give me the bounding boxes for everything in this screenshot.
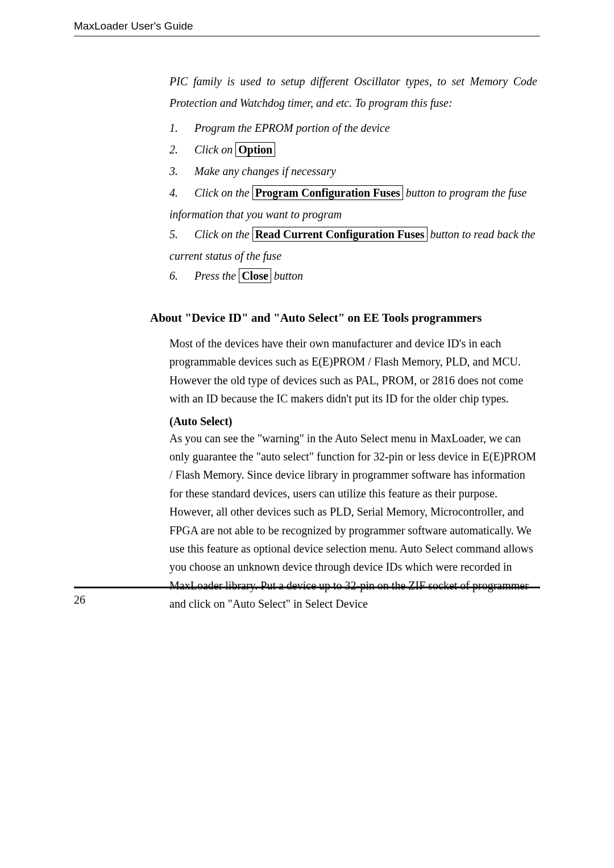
step-number: 4.: [169, 183, 194, 203]
step-number: 5.: [169, 225, 194, 244]
step-1: 1.Program the EPROM portion of the devic…: [169, 118, 537, 138]
step-4: 4.Click on the Program Configuration Fus…: [169, 183, 537, 203]
step-suffix: button to program the fuse: [403, 186, 527, 199]
option-button-label: Option: [235, 142, 275, 157]
step-6: 6.Press the Close button: [169, 266, 537, 286]
intro-paragraph: PIC family is used to setup different Os…: [169, 70, 537, 114]
page-number: 26: [74, 593, 85, 607]
header-bar: MaxLoader User's Guide: [74, 20, 540, 36]
read-fuses-button-label: Read Current Configuration Fuses: [252, 227, 428, 242]
section-subheading: (Auto Select): [169, 415, 540, 428]
step-number: 1.: [169, 118, 194, 138]
step-prefix: Press the: [194, 269, 239, 282]
step-suffix: button to read back the: [428, 228, 536, 240]
step-suffix: button: [271, 269, 303, 282]
step-prefix: Click on: [194, 143, 235, 156]
step-5: 5.Click on the Read Current Configuratio…: [169, 225, 537, 244]
intro-block: PIC family is used to setup different Os…: [169, 70, 537, 286]
header-title: MaxLoader User's Guide: [74, 20, 193, 32]
close-button-label: Close: [239, 268, 271, 283]
page-container: MaxLoader User's Guide PIC family is use…: [0, 0, 614, 613]
program-fuses-button-label: Program Configuration Fuses: [252, 185, 403, 200]
step-number: 6.: [169, 266, 194, 286]
step-text: Program the EPROM portion of the device: [194, 122, 390, 134]
step-number: 2.: [169, 140, 194, 160]
section-para-1: Most of the devices have their own manuf…: [169, 334, 537, 408]
step-5-continuation: current status of the fuse: [169, 246, 537, 266]
step-prefix: Click on the: [194, 228, 252, 240]
step-number: 3.: [169, 161, 194, 181]
footer-rule: [74, 587, 540, 588]
step-4-continuation: information that you want to program: [169, 205, 537, 225]
section-heading: About "Device ID" and "Auto Select" on E…: [150, 311, 540, 325]
step-2: 2.Click on Option: [169, 140, 537, 160]
step-text: Make any changes if necessary: [194, 165, 336, 177]
step-3: 3.Make any changes if necessary: [169, 161, 537, 181]
step-prefix: Click on the: [194, 186, 252, 199]
section-para-2: As you can see the "warning" in the Auto…: [169, 429, 537, 613]
